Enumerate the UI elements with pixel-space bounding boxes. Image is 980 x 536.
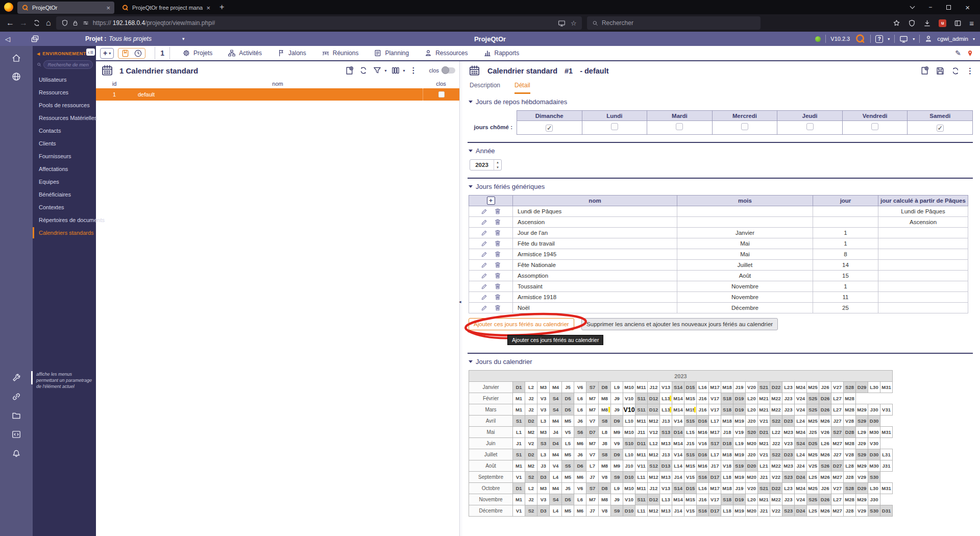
toolbar-menu-ressources[interactable]: Ressources [424,49,468,57]
lock-icon[interactable] [72,20,79,27]
delete-trash-icon[interactable] [494,208,501,215]
tools-wrench-icon[interactable] [11,373,21,383]
home-icon[interactable] [11,53,21,63]
tab-description[interactable]: Description [470,82,500,94]
history-clock-icon[interactable] [134,49,142,58]
browser-tab-inactive[interactable]: ProjeQtOr free project manage × [117,2,214,14]
delete-trash-icon[interactable] [494,294,501,301]
sidebar-item-utilisateurs[interactable]: Utilisateurs [33,74,96,85]
toolbar-menu-projets[interactable]: Projets [182,49,212,57]
rest-day-checkbox-dimanche[interactable]: ✓ [546,125,553,132]
table-row-selected[interactable]: 1 default [96,88,459,101]
edit-pencil-icon[interactable] [481,251,488,258]
column-header-clos[interactable]: clos [423,81,459,87]
delete-trash-icon[interactable] [494,304,501,311]
section-header[interactable]: Jours de repos hébdomadaires [468,94,973,109]
menu-search-input[interactable] [43,60,93,69]
browser-search-bar[interactable] [587,16,761,30]
refresh-icon[interactable] [359,66,368,75]
section-header[interactable]: Jours du calendrier [468,354,973,369]
edit-pencil-icon[interactable] [481,304,488,311]
tab-close-icon[interactable]: × [106,4,110,12]
environment-arrow-icon[interactable]: ◀ [37,52,40,56]
edit-pencil-icon[interactable] [481,261,488,269]
sidebar-item-calendriers-standards[interactable]: Calendriers standards [33,227,96,238]
delete-trash-icon[interactable] [494,251,501,258]
code-window-icon[interactable] [11,429,21,440]
list-menu-kebab-icon[interactable]: ⋮ [409,66,417,75]
pip-icon[interactable] [558,19,566,27]
edit-pencil-icon[interactable] [481,240,488,247]
save-icon[interactable] [936,66,945,76]
row-closed-checkbox[interactable] [438,91,445,98]
toolbar-menu-planning[interactable]: Planning [374,49,409,57]
section-collapse-icon[interactable] [469,101,473,103]
tracking-shield-icon[interactable] [61,19,68,27]
username[interactable]: cgwi_admin [937,36,968,42]
rest-day-checkbox-lundi[interactable] [611,123,618,130]
save-page-star-icon[interactable] [893,19,900,27]
filter-funnel-icon[interactable] [373,66,382,75]
downloads-icon[interactable] [923,19,931,27]
sidebar-collapse-button[interactable]: ‹ ≡ [86,48,95,56]
add-holidays-button[interactable]: Ajouter ces jours fériés au calendrier [469,318,574,330]
tab-detail[interactable]: Détail [514,82,530,94]
sidebar-item-ressources[interactable]: Ressources [33,87,96,98]
permissions-icon[interactable] [82,19,89,27]
replace-holidays-button[interactable]: Supprimer les anciens et ajouter les nou… [581,318,778,330]
toolbar-menu-rapports[interactable]: Rapports [483,49,520,57]
section-collapse-icon[interactable] [469,360,473,363]
window-close-button[interactable]: × [965,3,970,12]
notifications-bell-icon[interactable] [11,449,21,459]
splitter-arrow-icon[interactable]: ◂ [459,299,461,304]
checklist-add-icon[interactable] [920,66,929,76]
ublock-extension-icon[interactable]: u [939,19,946,27]
edit-pencil-icon[interactable]: ✎ [955,49,961,57]
display-caret-icon[interactable]: ▾ [913,37,915,41]
back-button[interactable]: ← [6,19,14,27]
rest-day-checkbox-samedi[interactable]: ✓ [937,125,944,132]
rest-day-checkbox-mardi[interactable] [676,123,683,130]
column-header-nom[interactable]: nom [133,81,423,87]
globe-icon[interactable] [11,71,21,82]
user-caret-icon[interactable]: ▾ [973,37,975,41]
delete-trash-icon[interactable] [494,261,501,269]
column-header-id[interactable]: id [96,81,133,87]
edit-pencil-icon[interactable] [481,283,488,290]
rest-day-checkbox-vendredi[interactable] [871,123,878,130]
sidebar-item-fournisseurs[interactable]: Fournisseurs [33,151,96,162]
firefox-logo-icon[interactable] [4,3,13,12]
columns-icon[interactable] [391,66,400,75]
help-caret-icon[interactable]: ▾ [888,37,890,41]
display-mode-icon[interactable] [899,35,908,43]
window-minimize-button[interactable]: − [928,4,932,11]
reload-button[interactable] [33,19,41,27]
columns-caret-icon[interactable]: ▾ [403,68,405,73]
year-spin-up-icon[interactable]: ▲ [494,160,501,165]
url-bar[interactable]: https:// 192.168.0.4 /projeqtor/view/mai… [56,16,582,30]
rest-day-checkbox-jeudi[interactable] [806,123,814,130]
toolbar-menu-reunions[interactable]: Réunions [322,49,359,57]
alert-pin-icon[interactable] [966,50,974,57]
add-element-button[interactable]: + ▾ [100,48,114,59]
sidebar-item-equipes[interactable]: Equipes [33,176,96,187]
filter-caret-icon[interactable]: ▾ [384,68,386,73]
bookmark-star-icon[interactable]: ☆ [571,19,577,27]
edit-pencil-icon[interactable] [481,208,488,215]
toolbar-menu-activites[interactable]: Activités [228,49,262,57]
tab-close-icon[interactable]: × [206,4,210,12]
year-spin-down-icon[interactable]: ▼ [494,165,501,170]
edit-pencil-icon[interactable] [481,218,488,226]
help-button[interactable]: ? [875,35,883,43]
new-tab-button[interactable]: + [219,3,224,12]
section-collapse-icon[interactable] [469,150,473,152]
edit-pencil-icon[interactable] [481,229,488,236]
sidebar-item-ressources-materielles[interactable]: Ressources Matérielles [33,112,96,124]
bookmark-icon[interactable] [121,49,130,58]
add-document-icon[interactable] [345,66,354,76]
section-header[interactable]: Jours fériés génériques [468,179,973,194]
clone-window-icon[interactable] [31,35,39,43]
delete-trash-icon[interactable] [494,272,501,279]
project-selector-caret-icon[interactable]: ▾ [182,36,185,41]
toolbar-menu-jalons[interactable]: Jalons [277,49,306,57]
